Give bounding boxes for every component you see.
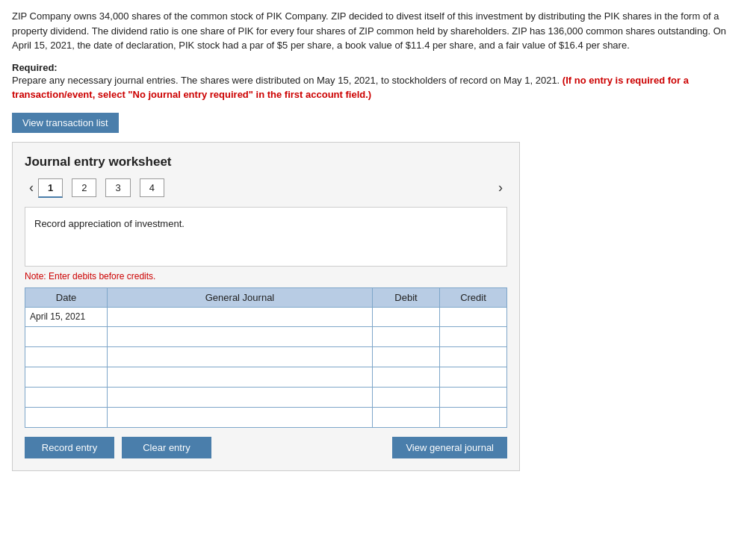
general-journal-cell-5[interactable] (108, 407, 373, 427)
view-transaction-button[interactable]: View transaction list (12, 113, 119, 133)
required-body: Prepare any necessary journal entries. T… (12, 73, 741, 102)
tabs-row: ‹ 1 2 3 4 › (25, 178, 507, 198)
general-journal-input-2[interactable] (108, 347, 372, 367)
date-cell-5[interactable] (25, 407, 108, 427)
credit-input-1[interactable] (440, 327, 506, 346)
date-cell-0: April 15, 2021 (25, 307, 108, 326)
credit-input-4[interactable] (440, 388, 506, 407)
general-journal-input-3[interactable] (108, 367, 372, 387)
table-row (25, 407, 507, 427)
general-journal-input-1[interactable] (108, 327, 372, 346)
debit-input-4[interactable] (373, 388, 439, 407)
table-row: April 15, 2021 (25, 307, 507, 326)
general-journal-cell-1[interactable] (108, 326, 373, 346)
problem-text: ZIP Company owns 34,000 shares of the co… (12, 9, 741, 53)
col-header-credit: Credit (440, 287, 507, 307)
debit-cell-1[interactable] (373, 326, 440, 346)
clear-entry-button[interactable]: Clear entry (122, 437, 211, 458)
credit-input-5[interactable] (440, 408, 506, 427)
date-input-4[interactable] (30, 391, 102, 404)
general-journal-cell-0[interactable] (108, 307, 373, 326)
credit-input-3[interactable] (440, 367, 506, 387)
table-row (25, 346, 507, 367)
debit-input-1[interactable] (373, 327, 439, 346)
general-journal-cell-3[interactable] (108, 367, 373, 387)
journal-table: Date General Journal Debit Credit April … (25, 287, 507, 428)
table-row (25, 326, 507, 346)
credit-input-2[interactable] (440, 347, 506, 367)
debit-cell-3[interactable] (373, 367, 440, 387)
date-input-2[interactable] (30, 350, 102, 364)
debit-input-0[interactable] (373, 308, 439, 326)
instruction-text: Record appreciation of investment. (34, 218, 185, 229)
credit-cell-0[interactable] (440, 307, 507, 326)
record-entry-button[interactable]: Record entry (25, 437, 114, 458)
debit-cell-2[interactable] (373, 346, 440, 367)
credit-cell-1[interactable] (440, 326, 507, 346)
date-cell-4[interactable] (25, 387, 108, 407)
general-journal-input-5[interactable] (108, 408, 372, 427)
required-label: Required: (12, 62, 741, 73)
debit-cell-4[interactable] (373, 387, 440, 407)
general-journal-cell-2[interactable] (108, 346, 373, 367)
tab-1[interactable]: 1 (38, 178, 63, 198)
debit-cell-0[interactable] (373, 307, 440, 326)
general-journal-cell-4[interactable] (108, 387, 373, 407)
credit-input-0[interactable] (440, 308, 506, 326)
date-input-3[interactable] (30, 370, 102, 384)
date-input-5[interactable] (30, 411, 102, 424)
note-text: Note: Enter debits before credits. (25, 271, 507, 281)
col-header-date: Date (25, 287, 108, 307)
table-row (25, 387, 507, 407)
worksheet-title: Journal entry worksheet (25, 155, 507, 169)
col-header-general: General Journal (108, 287, 373, 307)
credit-cell-5[interactable] (440, 407, 507, 427)
view-general-journal-button[interactable]: View general journal (392, 437, 507, 458)
prev-tab-arrow[interactable]: ‹ (25, 178, 38, 197)
date-cell-3[interactable] (25, 367, 108, 387)
date-cell-2[interactable] (25, 346, 108, 367)
debit-cell-5[interactable] (373, 407, 440, 427)
debit-input-2[interactable] (373, 347, 439, 367)
required-text-plain: Prepare any necessary journal entries. T… (12, 75, 563, 86)
tab-2[interactable]: 2 (72, 178, 96, 197)
debit-input-5[interactable] (373, 408, 439, 427)
tab-3[interactable]: 3 (105, 178, 130, 197)
tab-4[interactable]: 4 (140, 178, 164, 197)
worksheet-container: Journal entry worksheet ‹ 1 2 3 4 › Reco… (12, 142, 520, 471)
credit-cell-2[interactable] (440, 346, 507, 367)
date-cell-1[interactable] (25, 326, 108, 346)
buttons-row: Record entry Clear entry View general jo… (25, 437, 507, 458)
instruction-box: Record appreciation of investment. (25, 207, 507, 267)
col-header-debit: Debit (373, 287, 440, 307)
credit-cell-3[interactable] (440, 367, 507, 387)
credit-cell-4[interactable] (440, 387, 507, 407)
general-journal-input-0[interactable] (108, 308, 372, 326)
table-row (25, 367, 507, 387)
general-journal-input-4[interactable] (108, 388, 372, 407)
next-tab-arrow[interactable]: › (494, 178, 507, 197)
debit-input-3[interactable] (373, 367, 439, 387)
date-input-1[interactable] (30, 330, 102, 343)
